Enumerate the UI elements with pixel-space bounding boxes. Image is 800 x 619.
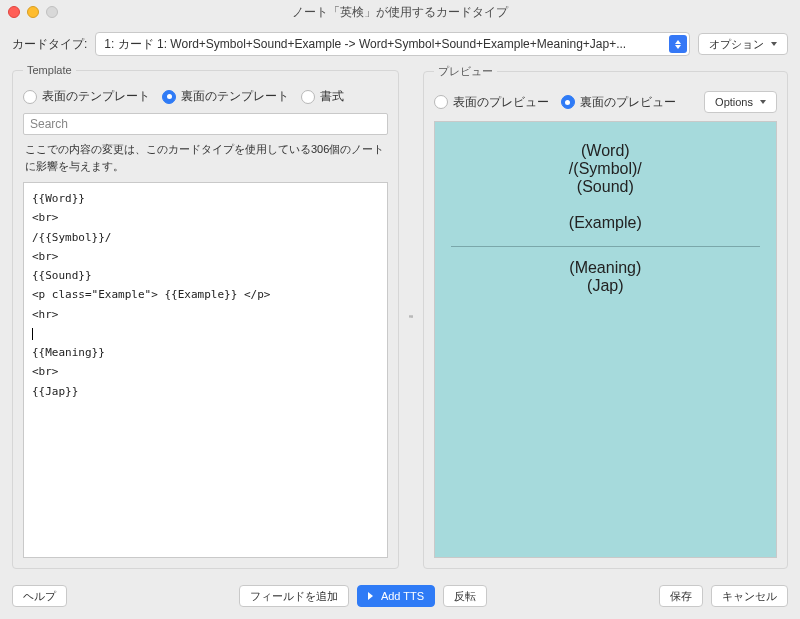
template-panel: Template 表面のテンプレート 裏面のテンプレート 書式 Search: [12, 64, 399, 569]
card-preview: (Word) /(Symbol)/ (Sound) (Example) (Mea…: [434, 121, 777, 558]
zoom-icon: [46, 6, 58, 18]
cancel-button[interactable]: キャンセル: [711, 585, 788, 607]
preview-jap: (Jap): [587, 277, 623, 295]
card-type-select[interactable]: 1: カード 1: Word+Symbol+Sound+Example -> W…: [95, 32, 690, 56]
preview-radio-group: 表面のプレビュー 裏面のプレビュー Options: [434, 89, 777, 121]
caret-down-icon: [771, 42, 777, 46]
radio-back-preview[interactable]: 裏面のプレビュー: [561, 94, 676, 111]
radio-icon: [301, 90, 315, 104]
caret-down-icon: [760, 100, 766, 104]
change-warning-text: ここでの内容の変更は、このカードタイプを使用している306個のノートに影響を与え…: [23, 135, 388, 182]
window: ノート「英検」が使用するカードタイプ カードタイプ: 1: カード 1: Wor…: [0, 0, 800, 619]
traffic-lights: [8, 6, 58, 18]
preview-divider: [451, 246, 760, 247]
save-button[interactable]: 保存: [659, 585, 703, 607]
preview-symbol: /(Symbol)/: [569, 160, 642, 178]
preview-legend: プレビュー: [434, 64, 497, 79]
preview-sound: (Sound): [577, 178, 634, 196]
radio-style[interactable]: 書式: [301, 88, 344, 105]
template-code-editor[interactable]: {{Word}} <br> /{{Symbol}}/ <br> {{Sound}…: [23, 182, 388, 558]
template-legend: Template: [23, 64, 76, 76]
card-type-label: カードタイプ:: [12, 36, 87, 53]
preview-meaning: (Meaning): [569, 259, 641, 277]
preview-example: (Example): [569, 214, 642, 232]
preview-options-button[interactable]: Options: [704, 91, 777, 113]
radio-front-template[interactable]: 表面のテンプレート: [23, 88, 150, 105]
bottom-bar: ヘルプ フィールドを追加 Add TTS 反転 保存 キャンセル: [0, 577, 800, 619]
radio-icon: [561, 95, 575, 109]
flip-button[interactable]: 反転: [443, 585, 487, 607]
options-button[interactable]: オプション: [698, 33, 788, 55]
radio-back-template[interactable]: 裏面のテンプレート: [162, 88, 289, 105]
card-type-select-value: 1: カード 1: Word+Symbol+Sound+Example -> W…: [104, 36, 626, 53]
titlebar: ノート「英検」が使用するカードタイプ: [0, 0, 800, 24]
content: Template 表面のテンプレート 裏面のテンプレート 書式 Search: [0, 64, 800, 577]
search-input[interactable]: Search: [23, 113, 388, 135]
preview-panel: プレビュー 表面のプレビュー 裏面のプレビュー Options (Word): [423, 64, 788, 569]
minimize-icon[interactable]: [27, 6, 39, 18]
add-field-button[interactable]: フィールドを追加: [239, 585, 349, 607]
close-icon[interactable]: [8, 6, 20, 18]
radio-front-preview[interactable]: 表面のプレビュー: [434, 94, 549, 111]
help-button[interactable]: ヘルプ: [12, 585, 67, 607]
play-icon: [368, 592, 373, 600]
preview-word: (Word): [581, 142, 630, 160]
splitter-handle[interactable]: [409, 64, 413, 569]
toolbar: カードタイプ: 1: カード 1: Word+Symbol+Sound+Exam…: [0, 24, 800, 64]
add-tts-button[interactable]: Add TTS: [357, 585, 435, 607]
dropdown-arrows-icon: [669, 35, 687, 53]
template-radio-group: 表面のテンプレート 裏面のテンプレート 書式: [23, 86, 388, 113]
radio-icon: [23, 90, 37, 104]
radio-icon: [162, 90, 176, 104]
window-title: ノート「英検」が使用するカードタイプ: [8, 4, 792, 21]
radio-icon: [434, 95, 448, 109]
